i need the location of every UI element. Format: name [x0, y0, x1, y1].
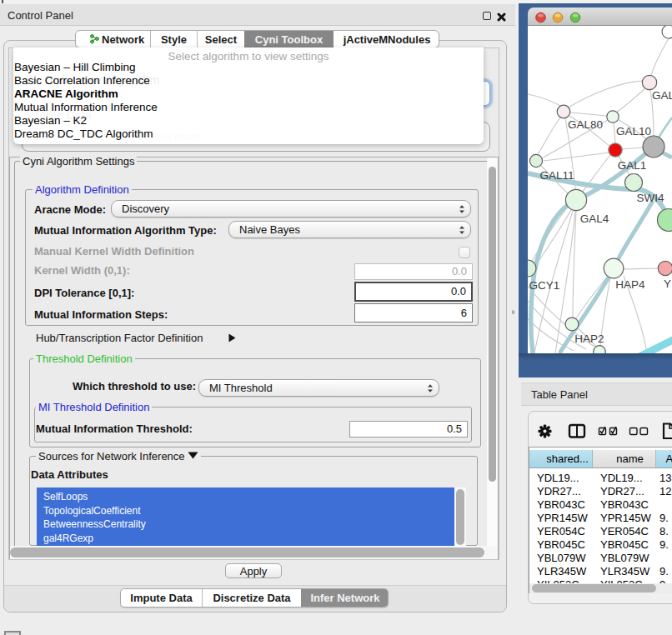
svg-text:GAL11: GAL11 [539, 169, 574, 182]
svg-text:GAL7: GAL7 [652, 89, 672, 102]
svg-text:GAL80: GAL80 [568, 118, 603, 131]
svg-text:GAL4: GAL4 [580, 212, 609, 225]
svg-text:HAP4: HAP4 [615, 278, 645, 291]
svg-text:GAL1: GAL1 [618, 159, 647, 172]
svg-text:Y: Y [664, 278, 671, 290]
svg-text:SWI4: SWI4 [636, 192, 664, 204]
svg-text:GCY1: GCY1 [529, 279, 560, 292]
svg-text:HAP2: HAP2 [574, 332, 604, 345]
svg-text:GAL10: GAL10 [616, 125, 651, 138]
